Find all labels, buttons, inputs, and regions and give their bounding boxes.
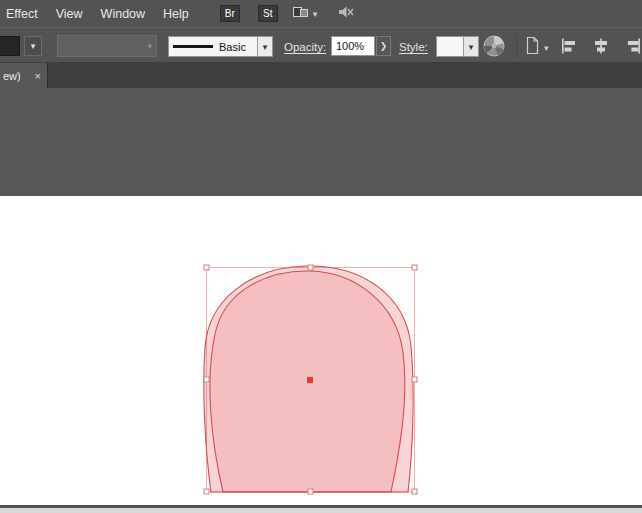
brush-stroke-preview (173, 45, 213, 48)
brush-dropdown-arrow[interactable]: ▾ (257, 37, 272, 56)
chevron-right-icon: ❯ (380, 41, 388, 51)
document-tab-bar: ew) × (0, 63, 642, 88)
handle-middle-left[interactable] (204, 377, 209, 382)
handle-middle-right[interactable] (412, 377, 417, 382)
document-tab[interactable]: ew) × (0, 63, 48, 88)
menu-view[interactable]: View (47, 0, 92, 27)
brush-definition-dropdown[interactable]: Basic ▾ (168, 36, 273, 57)
workspace-icon (292, 5, 309, 23)
control-bar: ▾ ▾ Basic ▾ Opacity: ❯ Style: ▾ (0, 27, 642, 63)
align-center-icon (591, 36, 611, 56)
bridge-button[interactable]: Br (220, 5, 240, 22)
brush-preview: Basic (169, 37, 257, 56)
graphic-style-swatch (437, 37, 463, 56)
recolor-artwork-button[interactable] (482, 34, 506, 62)
chevron-down-icon: ▾ (544, 43, 549, 53)
handle-top-center[interactable] (308, 265, 313, 270)
divider (516, 34, 517, 58)
workspace-switcher[interactable]: ▾ (292, 5, 318, 23)
menu-window[interactable]: Window (92, 0, 154, 27)
chevron-down-icon: ▾ (313, 9, 318, 19)
chevron-down-icon: ▾ (469, 42, 474, 52)
document-tab-label: ew) (0, 70, 21, 82)
align-center-button[interactable] (590, 36, 611, 56)
shape-center-point[interactable] (307, 377, 313, 383)
muted-audio-button[interactable] (337, 4, 355, 23)
align-buttons (558, 36, 642, 56)
opacity-input[interactable] (331, 36, 375, 56)
fill-color-swatch[interactable] (0, 36, 20, 56)
close-icon[interactable]: × (35, 70, 41, 82)
chevron-down-icon: ▾ (263, 42, 268, 52)
menu-help[interactable]: Help (154, 0, 198, 27)
graphic-style-arrow[interactable]: ▾ (463, 37, 478, 56)
handle-top-left[interactable] (204, 265, 209, 270)
handle-bottom-right[interactable] (412, 489, 417, 494)
brush-name: Basic (219, 41, 246, 53)
stock-button[interactable]: St (258, 5, 278, 22)
artboard-canvas[interactable] (0, 196, 642, 505)
handle-bottom-center[interactable] (308, 489, 313, 494)
opacity-panel-expand-button[interactable]: ❯ (376, 36, 391, 56)
artwork-layer (0, 196, 642, 505)
chevron-down-icon: ▾ (147, 41, 152, 51)
menu-bar: Effect View Window Help Br St ▾ (0, 0, 642, 27)
graphic-style-link[interactable]: Style: (399, 41, 428, 53)
document-setup-button[interactable]: ▾ (524, 36, 549, 59)
scrollbar-track[interactable] (0, 508, 642, 513)
opacity-link[interactable]: Opacity: (284, 41, 326, 53)
pasteboard[interactable] (0, 88, 642, 196)
chevron-down-icon: ▾ (31, 41, 36, 51)
align-right-button[interactable] (622, 36, 642, 56)
align-left-button[interactable] (558, 36, 579, 56)
graphic-style-dropdown[interactable]: ▾ (436, 36, 479, 57)
align-right-icon (623, 36, 642, 56)
align-left-icon (559, 36, 579, 56)
menu-effect[interactable]: Effect (0, 0, 47, 27)
document-icon (524, 36, 540, 59)
fill-color-dropdown[interactable]: ▾ (24, 36, 42, 56)
variable-width-profile-dropdown: ▾ (57, 35, 157, 57)
handle-top-right[interactable] (412, 265, 417, 270)
handle-bottom-left[interactable] (204, 489, 209, 494)
color-wheel-icon (482, 44, 506, 61)
muted-audio-icon (337, 4, 355, 23)
illustrator-window: Effect View Window Help Br St ▾ (0, 0, 642, 513)
